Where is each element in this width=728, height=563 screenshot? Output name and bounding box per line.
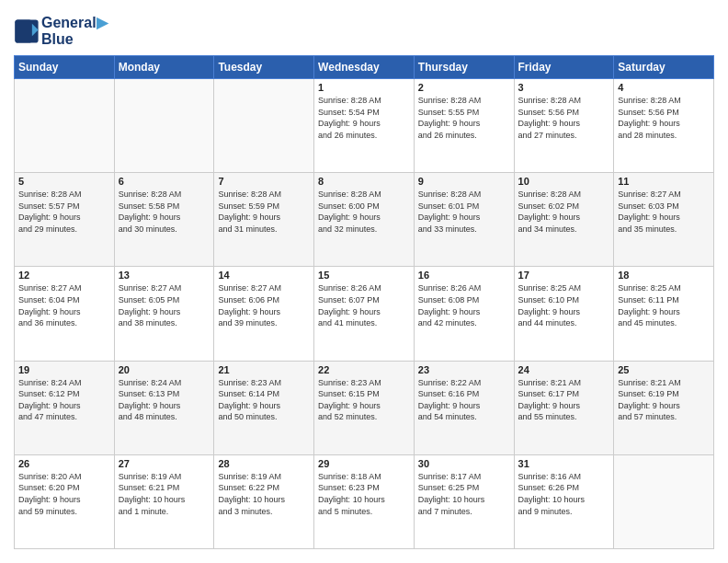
calendar-cell: 30Sunrise: 8:17 AM Sunset: 6:25 PM Dayli… — [414, 454, 514, 548]
day-number: 15 — [318, 270, 410, 281]
day-number: 10 — [518, 176, 610, 187]
calendar-cell — [614, 454, 714, 548]
day-number: 11 — [618, 176, 710, 187]
calendar-cell — [114, 79, 214, 173]
day-number: 6 — [119, 176, 210, 187]
calendar-cell: 1Sunrise: 8:28 AM Sunset: 5:54 PM Daylig… — [314, 79, 415, 173]
weekday-header-cell: Monday — [114, 56, 214, 79]
day-number: 23 — [418, 364, 510, 375]
day-info: Sunrise: 8:28 AM Sunset: 5:54 PM Dayligh… — [318, 95, 410, 141]
day-number: 28 — [218, 458, 310, 469]
day-number: 21 — [218, 364, 310, 375]
calendar-cell: 18Sunrise: 8:25 AM Sunset: 6:11 PM Dayli… — [614, 267, 714, 361]
weekday-header-cell: Wednesday — [314, 56, 415, 79]
day-number: 1 — [318, 82, 410, 93]
day-number: 4 — [618, 82, 710, 93]
calendar-cell: 23Sunrise: 8:22 AM Sunset: 6:16 PM Dayli… — [414, 361, 514, 454]
weekday-header-row: SundayMondayTuesdayWednesdayThursdayFrid… — [15, 56, 714, 79]
day-info: Sunrise: 8:21 AM Sunset: 6:19 PM Dayligh… — [618, 377, 710, 423]
logo: General▶ Blue — [14, 14, 108, 48]
day-info: Sunrise: 8:26 AM Sunset: 6:08 PM Dayligh… — [418, 282, 510, 328]
day-number: 31 — [518, 458, 610, 469]
calendar-cell: 28Sunrise: 8:19 AM Sunset: 6:22 PM Dayli… — [214, 454, 314, 548]
day-number: 5 — [18, 176, 110, 187]
calendar-week-row: 1Sunrise: 8:28 AM Sunset: 5:54 PM Daylig… — [15, 79, 714, 173]
calendar-cell: 9Sunrise: 8:28 AM Sunset: 6:01 PM Daylig… — [414, 173, 514, 267]
day-number: 13 — [119, 270, 210, 281]
day-number: 20 — [119, 364, 210, 375]
day-number: 12 — [18, 270, 110, 281]
day-info: Sunrise: 8:20 AM Sunset: 6:20 PM Dayligh… — [18, 471, 110, 517]
calendar-table: SundayMondayTuesdayWednesdayThursdayFrid… — [14, 55, 714, 549]
calendar-week-row: 5Sunrise: 8:28 AM Sunset: 5:57 PM Daylig… — [15, 173, 714, 267]
day-info: Sunrise: 8:28 AM Sunset: 6:00 PM Dayligh… — [318, 189, 410, 235]
day-number: 19 — [18, 364, 110, 375]
day-info: Sunrise: 8:27 AM Sunset: 6:03 PM Dayligh… — [618, 189, 710, 235]
day-info: Sunrise: 8:19 AM Sunset: 6:22 PM Dayligh… — [218, 471, 310, 517]
day-info: Sunrise: 8:28 AM Sunset: 5:56 PM Dayligh… — [518, 95, 610, 141]
day-number: 27 — [119, 458, 210, 469]
calendar-cell: 5Sunrise: 8:28 AM Sunset: 5:57 PM Daylig… — [15, 173, 115, 267]
weekday-header-cell: Saturday — [614, 56, 714, 79]
day-info: Sunrise: 8:26 AM Sunset: 6:07 PM Dayligh… — [318, 282, 410, 328]
weekday-header-cell: Tuesday — [214, 56, 314, 79]
calendar-cell — [15, 79, 115, 173]
weekday-header-cell: Thursday — [414, 56, 514, 79]
day-info: Sunrise: 8:27 AM Sunset: 6:04 PM Dayligh… — [18, 282, 110, 328]
day-info: Sunrise: 8:28 AM Sunset: 5:59 PM Dayligh… — [218, 189, 310, 235]
day-info: Sunrise: 8:28 AM Sunset: 5:56 PM Dayligh… — [618, 95, 710, 141]
calendar-cell: 22Sunrise: 8:23 AM Sunset: 6:15 PM Dayli… — [314, 361, 415, 454]
day-info: Sunrise: 8:28 AM Sunset: 5:55 PM Dayligh… — [418, 95, 510, 141]
calendar-cell: 24Sunrise: 8:21 AM Sunset: 6:17 PM Dayli… — [514, 361, 614, 454]
calendar-cell: 31Sunrise: 8:16 AM Sunset: 6:26 PM Dayli… — [514, 454, 614, 548]
calendar-cell: 2Sunrise: 8:28 AM Sunset: 5:55 PM Daylig… — [414, 79, 514, 173]
day-number: 7 — [218, 176, 310, 187]
day-info: Sunrise: 8:17 AM Sunset: 6:25 PM Dayligh… — [418, 471, 510, 517]
calendar-cell: 12Sunrise: 8:27 AM Sunset: 6:04 PM Dayli… — [15, 267, 115, 361]
calendar-cell: 10Sunrise: 8:28 AM Sunset: 6:02 PM Dayli… — [514, 173, 614, 267]
calendar-body: 1Sunrise: 8:28 AM Sunset: 5:54 PM Daylig… — [15, 79, 714, 549]
calendar-cell: 3Sunrise: 8:28 AM Sunset: 5:56 PM Daylig… — [514, 79, 614, 173]
day-info: Sunrise: 8:28 AM Sunset: 5:58 PM Dayligh… — [119, 189, 210, 235]
day-number: 2 — [418, 82, 510, 93]
calendar-cell: 6Sunrise: 8:28 AM Sunset: 5:58 PM Daylig… — [114, 173, 214, 267]
calendar-cell: 14Sunrise: 8:27 AM Sunset: 6:06 PM Dayli… — [214, 267, 314, 361]
calendar-week-row: 12Sunrise: 8:27 AM Sunset: 6:04 PM Dayli… — [15, 267, 714, 361]
day-info: Sunrise: 8:27 AM Sunset: 6:05 PM Dayligh… — [119, 282, 210, 328]
day-number: 3 — [518, 82, 610, 93]
day-info: Sunrise: 8:23 AM Sunset: 6:14 PM Dayligh… — [218, 377, 310, 423]
day-number: 25 — [618, 364, 710, 375]
calendar-week-row: 19Sunrise: 8:24 AM Sunset: 6:12 PM Dayli… — [15, 361, 714, 454]
day-info: Sunrise: 8:28 AM Sunset: 6:02 PM Dayligh… — [518, 189, 610, 235]
day-info: Sunrise: 8:24 AM Sunset: 6:13 PM Dayligh… — [119, 377, 210, 423]
calendar-cell: 29Sunrise: 8:18 AM Sunset: 6:23 PM Dayli… — [314, 454, 415, 548]
calendar-cell — [214, 79, 314, 173]
day-info: Sunrise: 8:28 AM Sunset: 5:57 PM Dayligh… — [18, 189, 110, 235]
day-info: Sunrise: 8:28 AM Sunset: 6:01 PM Dayligh… — [418, 189, 510, 235]
calendar-cell: 27Sunrise: 8:19 AM Sunset: 6:21 PM Dayli… — [114, 454, 214, 548]
page: General▶ Blue SundayMondayTuesdayWednesd… — [0, 0, 728, 563]
calendar-cell: 25Sunrise: 8:21 AM Sunset: 6:19 PM Dayli… — [614, 361, 714, 454]
day-info: Sunrise: 8:27 AM Sunset: 6:06 PM Dayligh… — [218, 282, 310, 328]
day-info: Sunrise: 8:23 AM Sunset: 6:15 PM Dayligh… — [318, 377, 410, 423]
calendar-cell: 26Sunrise: 8:20 AM Sunset: 6:20 PM Dayli… — [15, 454, 115, 548]
header: General▶ Blue — [14, 14, 714, 48]
calendar-cell: 7Sunrise: 8:28 AM Sunset: 5:59 PM Daylig… — [214, 173, 314, 267]
calendar-cell: 19Sunrise: 8:24 AM Sunset: 6:12 PM Dayli… — [15, 361, 115, 454]
calendar-week-row: 26Sunrise: 8:20 AM Sunset: 6:20 PM Dayli… — [15, 454, 714, 548]
weekday-header-cell: Friday — [514, 56, 614, 79]
day-info: Sunrise: 8:16 AM Sunset: 6:26 PM Dayligh… — [518, 471, 610, 517]
calendar-cell: 8Sunrise: 8:28 AM Sunset: 6:00 PM Daylig… — [314, 173, 415, 267]
svg-rect-2 — [15, 19, 31, 42]
calendar-cell: 13Sunrise: 8:27 AM Sunset: 6:05 PM Dayli… — [114, 267, 214, 361]
day-number: 16 — [418, 270, 510, 281]
calendar-cell: 16Sunrise: 8:26 AM Sunset: 6:08 PM Dayli… — [414, 267, 514, 361]
day-info: Sunrise: 8:25 AM Sunset: 6:11 PM Dayligh… — [618, 282, 710, 328]
calendar-cell: 4Sunrise: 8:28 AM Sunset: 5:56 PM Daylig… — [614, 79, 714, 173]
day-info: Sunrise: 8:19 AM Sunset: 6:21 PM Dayligh… — [119, 471, 210, 517]
calendar-cell: 15Sunrise: 8:26 AM Sunset: 6:07 PM Dayli… — [314, 267, 415, 361]
calendar-cell: 20Sunrise: 8:24 AM Sunset: 6:13 PM Dayli… — [114, 361, 214, 454]
day-number: 9 — [418, 176, 510, 187]
day-info: Sunrise: 8:21 AM Sunset: 6:17 PM Dayligh… — [518, 377, 610, 423]
day-info: Sunrise: 8:22 AM Sunset: 6:16 PM Dayligh… — [418, 377, 510, 423]
